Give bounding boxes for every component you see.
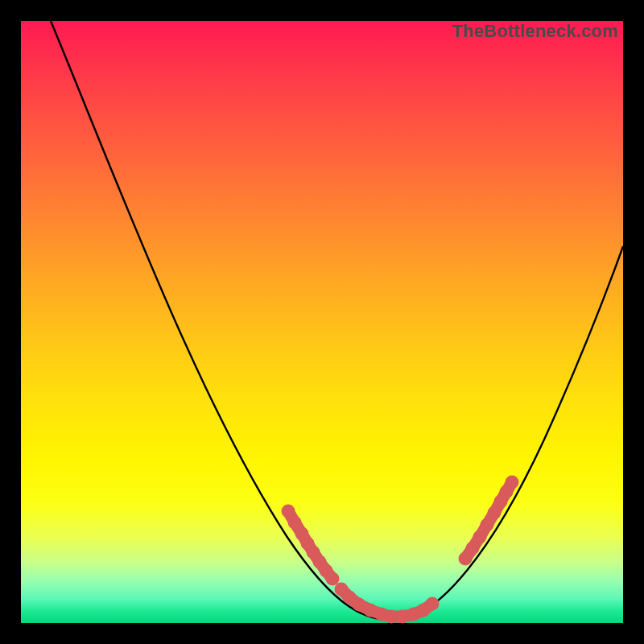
marker-dot: [466, 542, 480, 555]
marker-dot: [481, 518, 494, 532]
chart-plot-area: TheBottleneck.com: [21, 21, 623, 623]
marker-dot: [506, 476, 519, 489]
marker-dot: [288, 516, 302, 530]
bottleneck-curve: [51, 21, 623, 621]
marker-dot: [326, 572, 340, 586]
marker-dot: [396, 610, 410, 624]
marker-dot: [426, 597, 440, 611]
marker-dot: [473, 530, 487, 544]
chart-svg: [21, 21, 623, 623]
